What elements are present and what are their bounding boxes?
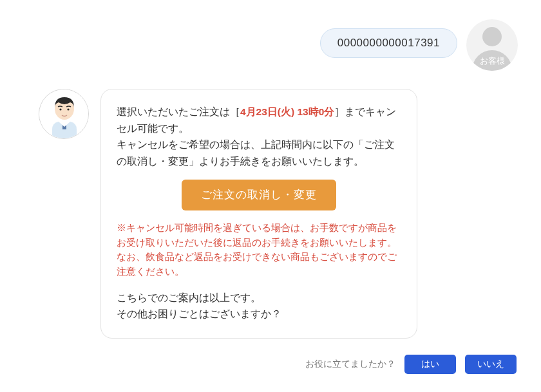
agent-deadline-text: 選択いただいたご注文は［4月23日(火) 13時0分］までキャンセル可能です。 — [117, 104, 401, 136]
agent-avatar — [39, 89, 89, 139]
feedback-yes-button[interactable]: はい — [404, 355, 456, 374]
customer-message-bubble: 0000000000017391 — [320, 28, 457, 58]
closing-line-2: その他お困りごとはございますか？ — [117, 306, 401, 322]
cancel-order-button[interactable]: ご注文の取消し・変更 — [182, 180, 336, 210]
customer-avatar: お客様 — [466, 19, 518, 71]
feedback-no-button[interactable]: いいえ — [465, 355, 517, 374]
cancel-deadline: 4月23日(火) 13時0分 — [240, 106, 334, 117]
avatar-silhouette-icon — [482, 27, 502, 46]
customer-avatar-label: お客様 — [480, 55, 505, 67]
chat-container: 0000000000017391 お客様 — [19, 19, 522, 339]
closing-line-1: こちらでのご案内は以上です。 — [117, 290, 401, 306]
agent-instruction-text: キャンセルをご希望の場合は、上記時間内に以下の「ご注文の取消し・変更」よりお手続… — [117, 136, 401, 169]
feedback-bar: お役に立てましたか？ はい いいえ — [305, 355, 517, 374]
customer-message-text: 0000000000017391 — [337, 37, 440, 49]
text-before-date: 選択いただいたご注文は［ — [117, 106, 240, 117]
agent-message-row: 選択いただいたご注文は［4月23日(火) 13時0分］までキャンセル可能です。 … — [19, 89, 522, 339]
agent-closing-text: こちらでのご案内は以上です。 その他お困りごとはございますか？ — [117, 290, 401, 322]
agent-avatar-icon — [39, 89, 89, 139]
agent-message-bubble: 選択いただいたご注文は［4月23日(火) 13時0分］までキャンセル可能です。 … — [100, 89, 417, 339]
svg-point-3 — [59, 108, 61, 110]
svg-point-4 — [67, 108, 69, 110]
feedback-label: お役に立てましたか？ — [305, 359, 395, 370]
customer-message-row: 0000000000017391 お客様 — [19, 19, 522, 71]
agent-warning-text: ※キャンセル可能時間を過ぎている場合は、お手数ですが商品をお受け取りいただいた後… — [117, 221, 401, 279]
